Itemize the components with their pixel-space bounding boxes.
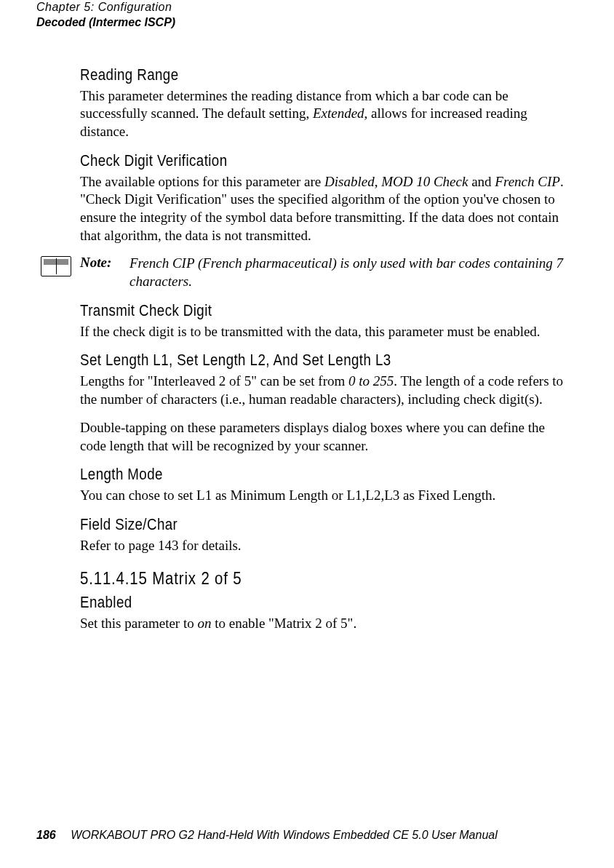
page-number: 186 <box>36 829 56 841</box>
header-chapter: Chapter 5: Configuration <box>36 0 578 15</box>
para-set-length-1: Lengths for "Interleaved 2 of 5" can be … <box>80 373 574 408</box>
heading-check-digit: Check Digit Verification <box>80 151 500 170</box>
heading-reading-range: Reading Range <box>80 65 500 84</box>
para-set-length-2: Double-tapping on these parameters displ… <box>80 419 574 455</box>
heading-set-length: Set Length L1, Set Length L2, And Set Le… <box>80 351 500 370</box>
para-transmit-check-digit: If the check digit is to be transmitted … <box>80 323 574 341</box>
heading-matrix25: 5.11.4.15 Matrix 2 of 5 <box>80 568 500 589</box>
para-enabled: Set this parameter to on to enable "Matr… <box>80 615 574 633</box>
note-label: Note: <box>80 255 127 271</box>
note-body: French CIP (French pharmaceutical) is on… <box>129 255 573 290</box>
para-length-mode: You can chose to set L1 as Minimum Lengt… <box>80 487 574 505</box>
header-section: Decoded (Intermec ISCP) <box>36 15 578 31</box>
heading-enabled: Enabled <box>80 593 500 612</box>
page-footer: 186 WORKABOUT PRO G2 Hand-Held With Wind… <box>36 829 498 842</box>
heading-length-mode: Length Mode <box>80 465 500 484</box>
footer-title: WORKABOUT PRO G2 Hand-Held With Windows … <box>71 829 498 841</box>
para-field-size: Refer to page 143 for details. <box>80 537 574 555</box>
heading-transmit-check-digit: Transmit Check Digit <box>80 301 500 320</box>
book-icon <box>41 256 71 276</box>
para-reading-range: This parameter determines the reading di… <box>80 87 574 141</box>
page-header: Chapter 5: Configuration Decoded (Interm… <box>36 0 578 31</box>
note-block: Note: French CIP (French pharmaceutical)… <box>36 255 574 290</box>
heading-field-size: Field Size/Char <box>80 515 500 534</box>
para-check-digit: The available options for this parameter… <box>80 173 574 245</box>
